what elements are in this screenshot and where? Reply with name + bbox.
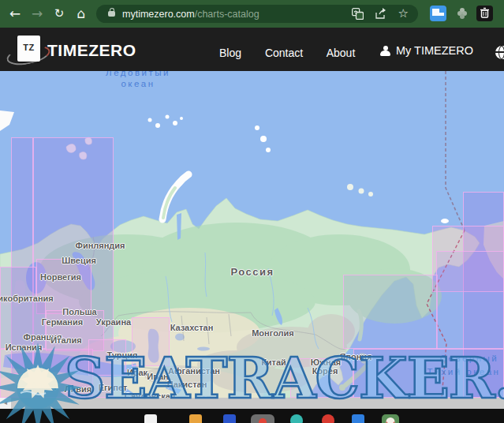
nav-about[interactable]: About [327, 47, 356, 59]
app-teal[interactable] [290, 414, 303, 423]
map-label: Швеция [62, 256, 96, 265]
forward-icon[interactable]: → [29, 6, 45, 21]
map-label: Саудовская [125, 391, 175, 398]
reload-icon[interactable]: ↻ [51, 6, 67, 21]
map-label: Египет [99, 383, 128, 392]
map-label: Турция [107, 350, 138, 360]
app-green[interactable] [382, 414, 399, 423]
app-record[interactable] [251, 414, 274, 423]
map-label: океан [121, 79, 155, 88]
bookmark-star-icon[interactable]: ☆ [398, 8, 409, 20]
map-label: Германия [42, 317, 83, 327]
plant-extension-icon[interactable] [454, 6, 471, 21]
my-timezero-link[interactable]: My TIMEZERO [380, 44, 473, 57]
map-label: Великобритания [0, 294, 54, 303]
lock-icon [108, 11, 115, 17]
nav-blog[interactable]: Blog [219, 47, 241, 59]
map-label: Пакистан [167, 380, 207, 389]
url-text[interactable]: mytimezero.com/charts-catalog [122, 9, 259, 20]
map-label: Ледовитый [106, 71, 170, 77]
map-label: Китай [261, 357, 286, 367]
app-blue[interactable] [352, 414, 364, 423]
map-label: Ирак [127, 368, 147, 377]
nav-contact[interactable]: Contact [265, 47, 303, 59]
map-label: Россия [230, 266, 274, 278]
map-label: Тихий океан [427, 367, 501, 376]
map-label: Япония [339, 352, 371, 361]
app-white[interactable] [144, 414, 157, 423]
map-label: Корея [312, 366, 338, 376]
brand-title[interactable]: TIMEZERO [47, 41, 136, 60]
language-globe-icon[interactable] [495, 46, 504, 59]
map-label: Афганистан [168, 366, 220, 376]
app-orange[interactable] [189, 414, 202, 423]
chart-coverage-zone[interactable] [436, 251, 504, 349]
trash-extension-icon[interactable] [476, 6, 493, 21]
browser-toolbar: ← → ↻ ⌂ mytimezero.com/charts-catalog ☆ [0, 0, 504, 28]
seatracker-sun-logo [0, 341, 90, 423]
address-bar[interactable]: mytimezero.com/charts-catalog ☆ [96, 5, 418, 23]
map-label: Финляндия [75, 241, 125, 250]
map-label: Иран [147, 372, 168, 381]
app-pixel[interactable] [223, 414, 236, 423]
map-label: Северный [440, 354, 499, 363]
translate-icon[interactable] [352, 8, 364, 20]
map-label: Казахстан [170, 323, 214, 332]
site-header: TZ TIMEZERO Blog Contact About My TIMEZE… [0, 28, 504, 71]
map-label: Монголия [252, 328, 294, 338]
app-red[interactable] [322, 414, 334, 423]
back-icon[interactable]: ← [7, 6, 23, 21]
chart-coverage-zone[interactable] [343, 275, 438, 349]
person-icon [380, 46, 390, 56]
map-label: Польша [62, 307, 96, 316]
window-extension-icon[interactable] [430, 6, 446, 21]
share-icon[interactable] [375, 8, 387, 20]
home-icon[interactable]: ⌂ [73, 6, 89, 21]
map-label: Норвегия [40, 272, 81, 282]
map-label: Украина [96, 317, 131, 327]
timezero-logo[interactable]: TZ [17, 36, 40, 62]
